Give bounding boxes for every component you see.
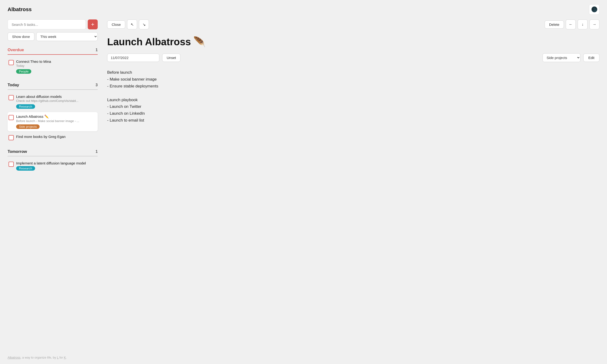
close-button[interactable]: Close: [107, 20, 125, 29]
task-tag-task-connect: People: [16, 69, 31, 74]
footer-link-k[interactable]: K: [64, 356, 66, 359]
task-item-task-books[interactable]: Find more books by Greg Egan: [8, 132, 98, 143]
task-sections: Overdue1Connect Theo to MinaTodayPeopleT…: [8, 45, 98, 177]
arrow-se-icon: ↘: [143, 22, 145, 27]
unset-button[interactable]: Unset: [162, 53, 180, 62]
nav-left-button[interactable]: ←: [566, 19, 576, 29]
detail-body: Before launch - Make social banner image…: [107, 69, 599, 124]
section-overdue: Overdue1Connect Theo to MinaTodayPeople: [8, 45, 98, 76]
task-title-task-books: Find more books by Greg Egan: [16, 135, 95, 139]
task-subtitle-task-connect: Today: [16, 64, 82, 67]
task-title-task-albatross: Launch Albatross ✏️: [16, 115, 95, 119]
task-title-task-connect: Connect Theo to Mina: [16, 60, 95, 64]
section-count-overdue: 1: [95, 48, 98, 52]
section-header-today: Today3: [8, 80, 98, 90]
nav-down-button[interactable]: ↓: [578, 19, 588, 29]
arrow-nw-icon: ↖: [131, 22, 134, 27]
task-item-task-albatross[interactable]: Launch Albatross ✏️Before launch - Make …: [8, 112, 98, 131]
app-container: Albatross 🌑 + Show done This week: [0, 0, 607, 364]
task-title-task-latent: Implement a latent diffusion language mo…: [16, 161, 95, 165]
arrow-right-icon: →: [593, 22, 596, 26]
arrow-se-button[interactable]: ↘: [139, 19, 149, 29]
avatar-button[interactable]: 🌑: [589, 4, 599, 15]
section-count-today: 3: [95, 83, 98, 87]
task-checkbox-task-latent[interactable]: [9, 162, 14, 167]
footer: Albatross, a way to organize life, by L …: [8, 349, 98, 359]
app-title: Albatross: [8, 6, 32, 13]
detail-title-emoji: 🪶: [193, 36, 206, 48]
task-content-task-connect: Connect Theo to MinaTodayPeople: [16, 60, 95, 74]
task-checkbox-task-albatross[interactable]: [9, 115, 14, 120]
add-task-button[interactable]: +: [88, 19, 98, 29]
task-checkbox-task-books[interactable]: [9, 135, 14, 140]
task-subtitle-task-diffusion: Check out https://github.com/CompVis/sta…: [16, 99, 82, 103]
task-item-task-connect[interactable]: Connect Theo to MinaTodayPeople: [8, 57, 98, 76]
avatar-icon: 🌑: [591, 6, 597, 13]
show-done-button[interactable]: Show done: [8, 32, 34, 41]
main-layout: + Show done This week Next week All Over…: [0, 17, 607, 364]
task-content-task-diffusion: Learn about diffusion modelsCheck out ht…: [16, 94, 95, 109]
detail-meta-row: Unset Side projects Research People Edit: [107, 53, 599, 62]
detail-title: Launch Albatross 🪶: [107, 36, 599, 48]
date-input[interactable]: [107, 53, 159, 62]
task-subtitle-task-albatross: Before launch - Make social banner image…: [16, 119, 82, 123]
task-item-task-diffusion[interactable]: Learn about diffusion modelsCheck out ht…: [8, 92, 98, 111]
footer-link-l[interactable]: L: [57, 356, 59, 359]
section-header-overdue: Overdue1: [8, 45, 98, 55]
task-item-task-latent[interactable]: Implement a latent diffusion language mo…: [8, 159, 98, 173]
task-content-task-latent: Implement a latent diffusion language mo…: [16, 161, 95, 171]
search-input[interactable]: [8, 19, 86, 29]
arrow-nw-button[interactable]: ↖: [127, 19, 137, 29]
right-panel: Close ↖ ↘ Delete ← ↓ →: [98, 19, 599, 359]
task-checkbox-task-connect[interactable]: [9, 60, 14, 65]
section-label-today: Today: [8, 83, 19, 88]
task-title-task-diffusion: Learn about diffusion models: [16, 94, 95, 99]
section-count-tomorrow: 1: [95, 150, 98, 154]
task-checkbox-task-diffusion[interactable]: [9, 95, 14, 100]
edit-button[interactable]: Edit: [583, 53, 599, 62]
left-panel: + Show done This week Next week All Over…: [8, 19, 98, 359]
task-tag-task-latent: Research: [16, 166, 35, 171]
delete-button[interactable]: Delete: [545, 20, 564, 29]
search-row: +: [8, 19, 98, 29]
task-tag-task-albatross: Side projects: [16, 124, 40, 129]
arrow-left-icon: ←: [569, 22, 573, 26]
task-tag-task-diffusion: Research: [16, 104, 35, 109]
section-label-tomorrow: Tomorrow: [8, 149, 27, 154]
section-label-overdue: Overdue: [8, 48, 24, 52]
filter-row: Show done This week Next week All: [8, 32, 98, 41]
nav-right-button[interactable]: →: [589, 19, 599, 29]
task-content-task-books: Find more books by Greg Egan: [16, 135, 95, 139]
arrow-down-icon: ↓: [582, 22, 583, 26]
section-header-tomorrow: Tomorrow1: [8, 147, 98, 156]
project-select[interactable]: Side projects Research People: [542, 53, 581, 62]
section-tomorrow: Tomorrow1Implement a latent diffusion la…: [8, 147, 98, 173]
detail-toolbar: Close ↖ ↘ Delete ← ↓ →: [107, 19, 599, 29]
top-bar: Albatross 🌑: [0, 0, 607, 17]
task-content-task-albatross: Launch Albatross ✏️Before launch - Make …: [16, 115, 95, 129]
footer-link-albatross[interactable]: Albatross: [8, 356, 20, 359]
section-today: Today3Learn about diffusion modelsCheck …: [8, 80, 98, 143]
plus-icon: +: [91, 21, 94, 28]
week-select[interactable]: This week Next week All: [36, 32, 98, 41]
